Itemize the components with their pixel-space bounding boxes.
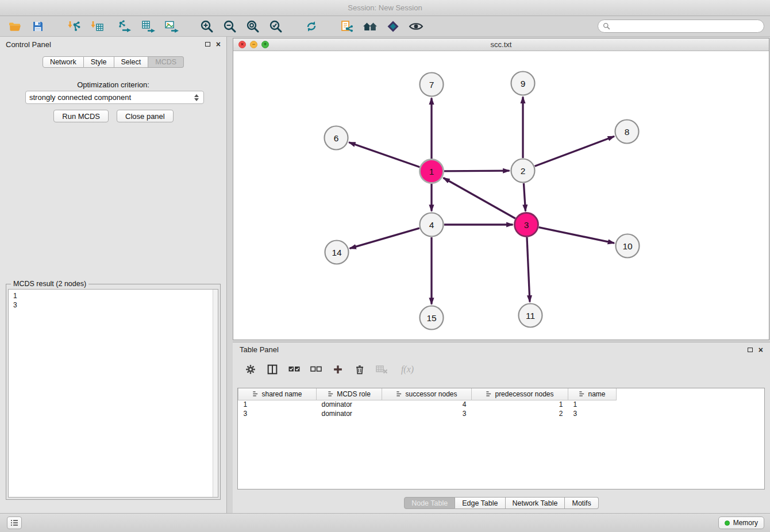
zoom-in-button[interactable] — [195, 18, 218, 35]
mcds-result-list[interactable]: 13 — [8, 289, 218, 498]
table-tab-motifs[interactable]: Motifs — [565, 497, 598, 509]
edge-3-to-11[interactable] — [527, 237, 530, 302]
cell-successor-nodes[interactable]: 3 — [382, 409, 472, 418]
cell-name[interactable]: 3 — [568, 409, 617, 418]
export-network-button[interactable] — [114, 18, 137, 35]
save-session-button[interactable] — [26, 18, 49, 35]
optimization-dropdown[interactable]: strongly connected component — [25, 91, 204, 104]
window-close-icon[interactable]: × — [238, 41, 246, 48]
node-label-1: 1 — [429, 167, 434, 176]
eye-icon — [409, 20, 424, 33]
graph-node-1[interactable]: 1 — [420, 160, 444, 183]
table-row[interactable]: 1dominator411 — [238, 400, 765, 409]
select-all-columns-button[interactable] — [286, 361, 303, 377]
export-image-button[interactable] — [160, 18, 183, 35]
edge-3-to-1[interactable] — [443, 178, 515, 219]
cell-successor-nodes[interactable]: 4 — [382, 400, 472, 409]
status-bar: Memory — [0, 513, 770, 532]
edge-2-to-8[interactable] — [535, 136, 614, 166]
graph-node-2[interactable]: 2 — [511, 159, 535, 183]
title-bar: Session: New Session — [0, 0, 770, 16]
table-row[interactable]: 3dominator323 — [238, 409, 765, 418]
network-canvas[interactable]: 7968124314101511 — [233, 51, 769, 340]
edge-2-to-3[interactable] — [523, 183, 525, 211]
graph-node-7[interactable]: 7 — [420, 73, 444, 97]
graph-node-11[interactable]: 11 — [519, 304, 542, 327]
export-table-button[interactable] — [137, 18, 160, 35]
tab-mcds[interactable]: MCDS — [148, 56, 184, 68]
zoom-out-button[interactable] — [218, 18, 241, 35]
window-zoom-icon[interactable]: + — [261, 41, 269, 48]
import-table-button[interactable] — [85, 18, 108, 35]
unselect-all-columns-button[interactable] — [307, 361, 325, 377]
cell-MCDS-role[interactable]: dominator — [317, 409, 382, 418]
create-column-button[interactable] — [329, 361, 346, 377]
task-history-button[interactable] — [7, 516, 22, 529]
table-tab-node-table[interactable]: Node Table — [404, 497, 455, 509]
column-header-name[interactable]: name — [568, 388, 617, 400]
cell-MCDS-role[interactable]: dominator — [317, 400, 382, 409]
delete-columns-button[interactable] — [351, 361, 368, 377]
graph-node-6[interactable]: 6 — [325, 126, 348, 150]
tab-select[interactable]: Select — [114, 56, 149, 68]
function-builder-button[interactable]: f(x) — [395, 361, 420, 377]
edge-4-to-14[interactable] — [350, 228, 419, 248]
search-box[interactable] — [598, 20, 764, 33]
result-scrollbar[interactable] — [213, 290, 218, 497]
reset-home-button[interactable] — [359, 18, 382, 35]
zoom-selected-button[interactable] — [264, 18, 287, 35]
delete-table-button[interactable] — [373, 361, 390, 377]
list-icon — [10, 519, 18, 526]
apply-style-button[interactable] — [382, 18, 405, 35]
cell-name[interactable]: 1 — [568, 400, 617, 409]
table-tab-network-table[interactable]: Network Table — [506, 497, 565, 509]
tab-network[interactable]: Network — [43, 56, 84, 68]
show-details-button[interactable] — [405, 18, 428, 35]
column-header-shared-name[interactable]: shared name — [238, 388, 317, 400]
cell-shared-name[interactable]: 1 — [238, 400, 317, 409]
graph-node-10[interactable]: 10 — [616, 234, 640, 258]
window-minimize-icon[interactable]: − — [250, 41, 257, 48]
run-mcds-button[interactable]: Run MCDS — [53, 110, 109, 122]
node-label-15: 15 — [426, 313, 436, 323]
table-close-icon[interactable]: × — [759, 346, 763, 354]
control-panel-title: Control Panel — [6, 40, 51, 49]
graph-node-4[interactable]: 4 — [420, 213, 444, 237]
table-toolbar: f(x) — [233, 357, 770, 382]
memory-button[interactable]: Memory — [718, 516, 764, 529]
column-header-MCDS-role[interactable]: MCDS role — [317, 388, 382, 400]
graph-node-8[interactable]: 8 — [615, 120, 639, 144]
column-header-successor-nodes[interactable]: successor nodes — [382, 388, 472, 400]
show-columns-button[interactable] — [264, 361, 281, 377]
cell-predecessor-nodes[interactable]: 1 — [472, 400, 568, 409]
mcds-result-item[interactable]: 3 — [9, 300, 218, 310]
edge-1-to-2[interactable] — [444, 171, 510, 171]
zoom-fit-button[interactable] — [241, 18, 264, 35]
graph-node-14[interactable]: 14 — [325, 241, 349, 264]
import-network-button[interactable] — [62, 18, 85, 35]
column-header-predecessor-nodes[interactable]: predecessor nodes — [472, 388, 568, 400]
graph-node-9[interactable]: 9 — [511, 72, 535, 95]
cell-predecessor-nodes[interactable]: 2 — [472, 409, 568, 418]
graph-node-15[interactable]: 15 — [420, 306, 444, 330]
close-panel-button[interactable]: Close panel — [117, 110, 174, 122]
cell-shared-name[interactable]: 3 — [238, 409, 317, 418]
edge-3-to-10[interactable] — [539, 228, 614, 244]
open-session-button[interactable] — [3, 18, 26, 35]
tab-style[interactable]: Style — [84, 56, 114, 68]
edge-1-to-6[interactable] — [349, 142, 419, 167]
node-label-9: 9 — [521, 79, 526, 88]
table-tab-edge-table[interactable]: Edge Table — [455, 497, 505, 509]
graph-node-3[interactable]: 3 — [515, 213, 538, 237]
table-float-icon[interactable] — [748, 348, 753, 352]
refresh-view-button[interactable] — [300, 18, 323, 35]
search-input[interactable] — [613, 22, 759, 30]
mcds-result-item[interactable]: 1 — [9, 291, 218, 300]
float-panel-icon[interactable] — [205, 42, 210, 47]
unselect-all-icon — [309, 363, 323, 376]
network-window-titlebar[interactable]: × − + scc.txt — [233, 38, 769, 51]
table-settings-button[interactable] — [242, 361, 259, 377]
duplicate-view-button[interactable] — [336, 18, 359, 35]
dropdown-selected-value: strongly connected component — [29, 93, 194, 102]
close-panel-icon[interactable]: × — [216, 40, 221, 48]
